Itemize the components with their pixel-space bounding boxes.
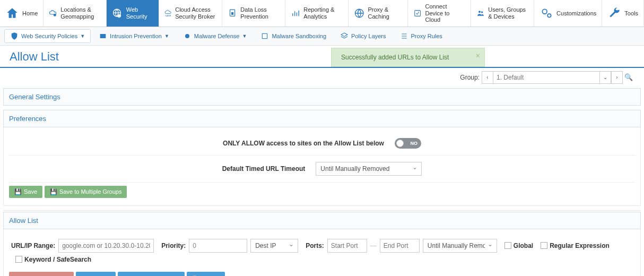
nav-reporting[interactable]: Reporting & Analytics (285, 0, 349, 27)
nav-label: Connect Device to Cloud (425, 3, 466, 23)
nav-label: Tools (624, 10, 638, 17)
start-port-input[interactable] (327, 239, 367, 253)
nav-label: Reporting & Analytics (303, 6, 343, 20)
layers-icon (340, 32, 349, 40)
caret-down-icon: ▼ (80, 33, 85, 39)
nav-users[interactable]: Users, Groups & Devices (471, 0, 534, 27)
preferences-header[interactable]: Preferences (3, 110, 641, 127)
caret-down-icon: ▼ (242, 33, 247, 39)
page-header: Allow List Successfully added URLs to Al… (0, 46, 644, 68)
nav-locations[interactable]: Locations & Geomapping (43, 0, 107, 27)
nav-home[interactable]: Home (0, 0, 43, 27)
nav-tools[interactable]: Tools (602, 0, 644, 27)
subnav-layers[interactable]: Policy Layers (334, 29, 391, 43)
svg-point-8 (481, 11, 483, 13)
global-checkbox[interactable]: Global (504, 242, 533, 249)
dash-separator: — (370, 242, 377, 249)
box-icon (260, 32, 269, 40)
nav-label: Proxy & Caching (368, 6, 402, 20)
rules-icon (400, 32, 408, 40)
btn-label: Save to Multiple Groups (59, 188, 121, 195)
svg-point-10 (547, 14, 551, 18)
subnav-label: Web Security Policies (21, 33, 77, 39)
svg-point-0 (54, 14, 56, 16)
only-allow-toggle[interactable]: NO (395, 138, 421, 149)
nav-label: Web Security (126, 6, 153, 20)
timeout-select[interactable]: Until Manually Removed (423, 239, 497, 253)
nav-label: Locations & Geomapping (60, 6, 101, 20)
group-label: Group: (460, 74, 480, 81)
subnav-label: Malware Sandboxing (272, 33, 326, 39)
caret-down-icon: ▼ (164, 33, 169, 39)
close-icon[interactable]: × (476, 51, 480, 60)
search-icon[interactable]: 🔍 (623, 73, 634, 81)
toast-text: Successfully added URLs to Allow List (341, 54, 449, 61)
group-next-button[interactable]: › (611, 71, 623, 84)
direction-select[interactable]: Dest IP (250, 239, 298, 253)
nav-custom[interactable]: Customizations (534, 0, 602, 27)
nav-dlp[interactable]: Data Loss Prevention (222, 0, 285, 27)
nav-label: Cloud Access Security Broker (175, 6, 216, 20)
home-icon (5, 6, 19, 20)
scrape-button[interactable]: 🔍 Scrape (187, 272, 225, 276)
allow-list-header[interactable]: Allow List (3, 212, 641, 229)
nav-label: Data Loss Prevention (240, 6, 280, 20)
svg-rect-4 (232, 12, 233, 14)
priority-input[interactable] (189, 239, 247, 253)
group-dropdown-button[interactable]: ⌄ (599, 71, 611, 84)
save-button[interactable]: 💾 Save (9, 186, 42, 198)
allow-list-body: URL/IP Range: Priority: Dest IP Ports: —… (3, 229, 641, 276)
chk-label: Global (514, 242, 533, 249)
nav-web-security[interactable]: Web Security (107, 0, 159, 27)
subnav-label: Proxy Rules (411, 33, 442, 39)
btn-label: Save (24, 188, 37, 195)
keyword-checkbox[interactable]: Keyword / SafeSearch (15, 256, 91, 263)
subnav-malware[interactable]: Malware Defense▼ (177, 29, 253, 43)
toggle-text: NO (410, 141, 417, 146)
toggle-knob (396, 140, 404, 147)
shield-icon (10, 32, 19, 40)
subnav-label: Policy Layers (351, 33, 386, 39)
nav-connect[interactable]: Connect Device to Cloud (408, 0, 471, 27)
nav-casb[interactable]: CASB Cloud Access Security Broker (159, 0, 222, 27)
bug-icon (183, 32, 192, 40)
svg-point-12 (185, 34, 189, 38)
url-range-label: URL/IP Range: (11, 242, 55, 249)
allow-list-form: URL/IP Range: Priority: Dest IP Ports: —… (9, 234, 635, 269)
sub-navigation: Web Security Policies▼ Intrusion Prevent… (0, 27, 644, 46)
general-settings-header[interactable]: General Settings (3, 88, 641, 106)
preferences-body: ONLY ALLOW access to sites on the Allow … (3, 127, 641, 206)
svg-text:CASB: CASB (165, 14, 171, 17)
globe-icon (354, 6, 365, 20)
save-multiple-button[interactable]: 💾 Save to Multiple Groups (45, 186, 127, 198)
group-input[interactable] (493, 71, 599, 84)
default-timeout-label: Default Timed URL Timeout (222, 165, 306, 172)
svg-point-7 (478, 11, 481, 13)
group-prev-button[interactable]: ‹ (482, 71, 493, 84)
subnav-sandbox[interactable]: Malware Sandboxing (255, 29, 332, 43)
svg-point-9 (543, 9, 547, 14)
svg-rect-13 (263, 33, 267, 38)
export-button[interactable]: ⬇ Export Urls to CSV (118, 272, 184, 276)
priority-label: Priority: (161, 242, 186, 249)
globe-shield-icon (112, 6, 123, 20)
end-port-input[interactable] (380, 239, 420, 253)
delete-selected-button[interactable]: 🗑 Delete Selected... (9, 272, 74, 276)
page-title: Allow List (10, 50, 634, 64)
firewall-icon (99, 32, 107, 40)
svg-rect-11 (100, 34, 106, 38)
subnav-policies[interactable]: Web Security Policies▼ (4, 29, 91, 43)
nav-label: Customizations (556, 10, 596, 17)
import-button[interactable]: ＋ Import... (76, 272, 116, 276)
nav-label: Home (22, 10, 38, 17)
subnav-intrusion[interactable]: Intrusion Prevention▼ (93, 29, 175, 43)
nav-proxy[interactable]: Proxy & Caching (349, 0, 408, 27)
url-range-input[interactable] (58, 239, 154, 253)
default-timeout-select[interactable]: Until Manually Removed (316, 162, 422, 176)
success-toast: Successfully added URLs to Allow List × (331, 48, 485, 67)
casb-icon: CASB (164, 6, 172, 20)
group-selector-row: Group: ‹ ⌄ › 🔍 (0, 68, 644, 88)
regex-checkbox[interactable]: Regular Expression (541, 242, 610, 249)
subnav-label: Intrusion Prevention (110, 33, 162, 39)
subnav-proxy-rules[interactable]: Proxy Rules (394, 29, 448, 43)
